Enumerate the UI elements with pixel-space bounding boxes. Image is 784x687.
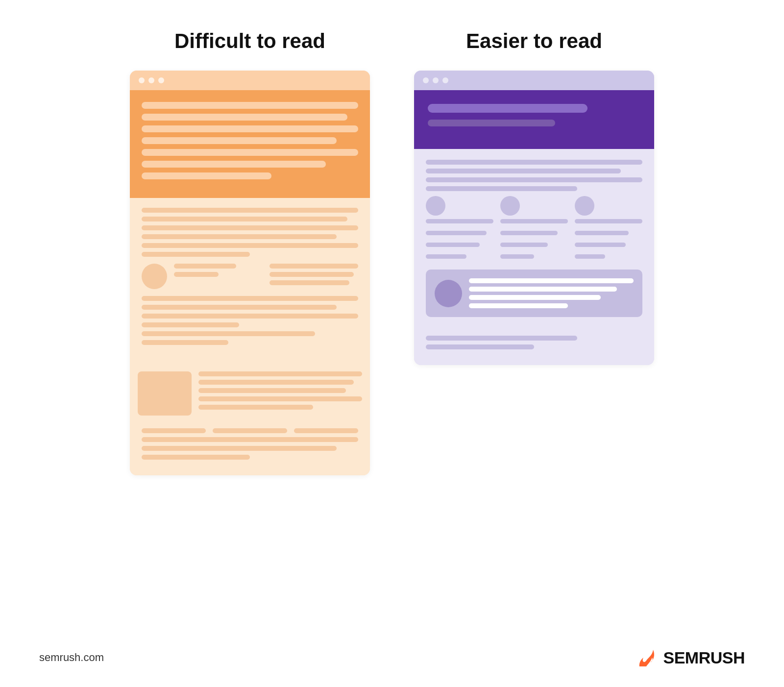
oil-1 — [198, 371, 362, 376]
pc2-avatar — [500, 196, 520, 216]
oal-5 — [270, 280, 349, 285]
orange-avatar-lines2 — [270, 264, 358, 289]
orange-avatar — [142, 264, 167, 289]
pb-4 — [426, 186, 577, 191]
ob-4 — [142, 234, 337, 239]
pb-2 — [426, 169, 621, 173]
pc3-avatar — [575, 196, 594, 216]
pdot-3 — [442, 77, 448, 83]
pc3-b2 — [575, 231, 629, 235]
easier-title: Easier to read — [466, 29, 602, 53]
ofb-3 — [142, 455, 250, 460]
purple-footer-bars — [414, 334, 654, 365]
oil-5 — [198, 405, 313, 410]
purple-browser-bar — [414, 71, 654, 90]
footer-branding: semrush.com SEMRUSH — [0, 648, 784, 667]
ob-9 — [142, 314, 358, 319]
ob-6 — [142, 252, 250, 257]
dot-3 — [158, 77, 164, 83]
footer-url: semrush.com — [39, 651, 104, 664]
difficult-card — [130, 71, 370, 475]
hl-4 — [469, 303, 568, 308]
pc3-b3 — [575, 243, 626, 247]
pc1-b4 — [426, 254, 466, 259]
pb-1 — [426, 160, 642, 165]
orange-avatar-lines — [174, 264, 263, 289]
ob-1 — [142, 208, 358, 213]
omc-3 — [294, 428, 358, 433]
semrush-brand-text: SEMRUSH — [663, 648, 745, 667]
oal-2 — [174, 272, 219, 277]
pc2-b1 — [500, 219, 568, 223]
orange-hero-bar-1 — [142, 102, 358, 109]
orange-avatar-row — [142, 264, 358, 289]
orange-image-box — [138, 371, 192, 416]
orange-hero-bar-6 — [142, 161, 326, 168]
ph-1 — [428, 104, 588, 113]
ofb-1 — [142, 437, 358, 442]
ofb-2 — [142, 446, 337, 451]
easier-card — [414, 71, 654, 365]
orange-image-lines — [198, 371, 362, 416]
pc3-b4 — [575, 254, 605, 259]
ob-11 — [142, 331, 315, 336]
purple-card-1 — [426, 196, 493, 263]
dot-2 — [148, 77, 154, 83]
difficult-title: Difficult to read — [174, 29, 325, 53]
ob-5 — [142, 243, 358, 248]
orange-hero — [130, 90, 370, 198]
pc1-b1 — [426, 219, 493, 223]
pc2-b2 — [500, 231, 558, 235]
hl-1 — [469, 278, 634, 283]
pc1-avatar — [426, 196, 445, 216]
orange-browser-bar — [130, 71, 370, 90]
orange-hero-bar-7 — [142, 172, 271, 179]
purple-card-2 — [500, 196, 568, 263]
omc-1 — [142, 428, 206, 433]
pc2-b3 — [500, 243, 548, 247]
ob-12 — [142, 340, 228, 345]
pc1-b3 — [426, 243, 480, 247]
semrush-logo: SEMRUSH — [635, 648, 745, 667]
ob-7 — [142, 296, 358, 301]
oal-3 — [270, 264, 358, 269]
orange-hero-bar-2 — [142, 114, 347, 121]
oil-3 — [198, 388, 346, 393]
ob-10 — [142, 322, 239, 327]
hl-2 — [469, 287, 617, 292]
orange-multicol-1 — [142, 428, 358, 433]
orange-footer-bars — [130, 423, 370, 475]
difficult-column: Difficult to read — [127, 29, 372, 475]
easier-column: Easier to read — [412, 29, 657, 365]
omc-2 — [213, 428, 288, 433]
purple-hero — [414, 90, 654, 149]
highlight-lines — [469, 278, 634, 308]
pdot-2 — [433, 77, 439, 83]
pfb-1 — [426, 336, 577, 341]
pc1-b2 — [426, 231, 487, 235]
pc2-b4 — [500, 254, 534, 259]
purple-cards-row — [426, 196, 642, 263]
dot-1 — [139, 77, 145, 83]
orange-hero-bar-5 — [142, 149, 358, 156]
orange-hero-bar-4 — [142, 137, 337, 144]
pdot-1 — [423, 77, 429, 83]
highlight-avatar — [435, 280, 462, 307]
orange-body — [130, 198, 370, 361]
orange-image-row — [130, 364, 370, 423]
pb-3 — [426, 177, 642, 182]
pc3-b1 — [575, 219, 642, 223]
oal-1 — [174, 264, 236, 269]
ob-8 — [142, 305, 337, 310]
pfb-2 — [426, 344, 534, 349]
ob-2 — [142, 217, 347, 221]
hl-3 — [469, 295, 601, 300]
ph-2 — [428, 120, 555, 126]
ob-3 — [142, 225, 358, 230]
oil-2 — [198, 380, 354, 385]
semrush-icon — [635, 648, 658, 667]
oal-4 — [270, 272, 354, 277]
orange-hero-bar-3 — [142, 125, 358, 132]
purple-body — [414, 149, 654, 334]
oil-4 — [198, 396, 362, 401]
